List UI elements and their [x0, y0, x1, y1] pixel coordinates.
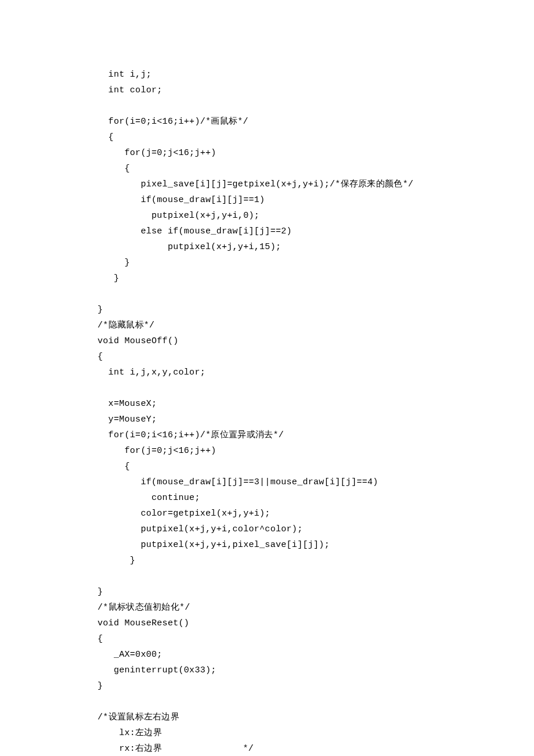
code-line: y=MouseY; — [98, 412, 436, 427]
code-line: } — [98, 271, 436, 286]
blank-line — [98, 98, 436, 114]
code-block: int i,j; int color; for(i=0;i<16;i++)/*画… — [98, 67, 436, 756]
code-line: /*隐藏鼠标*/ — [98, 318, 436, 333]
code-line: putpixel(x+j,y+i,color^color); — [98, 521, 436, 537]
code-line: { — [98, 631, 436, 647]
code-line: for(j=0;j<16;j++) — [98, 443, 436, 459]
blank-line — [98, 568, 436, 584]
blank-line — [98, 380, 436, 396]
code-line: rx:右边界 */ — [98, 741, 436, 756]
code-line: } — [98, 553, 436, 568]
code-line: _AX=0x00; — [98, 647, 436, 663]
code-line: } — [98, 584, 436, 600]
code-line: /*设置鼠标左右边界 — [98, 710, 436, 725]
code-line: pixel_save[i][j]=getpixel(x+j,y+i);/*保存原… — [98, 177, 436, 192]
code-line: if(mouse_draw[i][j]==1) — [98, 192, 436, 208]
code-line: x=MouseX; — [98, 396, 436, 412]
code-line: continue; — [98, 490, 436, 506]
code-line: { — [98, 349, 436, 365]
code-line: color=getpixel(x+j,y+i); — [98, 506, 436, 521]
code-line: else if(mouse_draw[i][j]==2) — [98, 224, 436, 239]
code-line: for(i=0;i<16;i++)/*画鼠标*/ — [98, 114, 436, 129]
code-line: void MouseReset() — [98, 615, 436, 631]
blank-line — [98, 694, 436, 710]
code-line: putpixel(x+j,y+i,pixel_save[i][j]); — [98, 537, 436, 553]
code-line: void MouseOff() — [98, 333, 436, 349]
code-line: { — [98, 161, 436, 177]
code-line: { — [98, 129, 436, 145]
code-line: if(mouse_draw[i][j]==3||mouse_draw[i][j]… — [98, 474, 436, 490]
code-line: int i,j,x,y,color; — [98, 365, 436, 380]
code-line: int color; — [98, 82, 436, 98]
document-page: int i,j; int color; for(i=0;i<16;i++)/*画… — [0, 0, 436, 756]
code-line: putpixel(x+j,y+i,0); — [98, 208, 436, 224]
code-line: for(j=0;j<16;j++) — [98, 145, 436, 161]
code-line: for(i=0;i<16;i++)/*原位置异或消去*/ — [98, 427, 436, 443]
code-line: } — [98, 678, 436, 694]
blank-line — [98, 286, 436, 302]
code-line: geninterrupt(0x33); — [98, 663, 436, 678]
code-line: putpixel(x+j,y+i,15); — [98, 239, 436, 255]
code-line: int i,j; — [98, 67, 436, 82]
code-line: } — [98, 255, 436, 271]
code-line: /*鼠标状态值初始化*/ — [98, 600, 436, 615]
code-line: lx:左边界 — [98, 725, 436, 741]
code-line: { — [98, 459, 436, 474]
code-line: } — [98, 302, 436, 318]
